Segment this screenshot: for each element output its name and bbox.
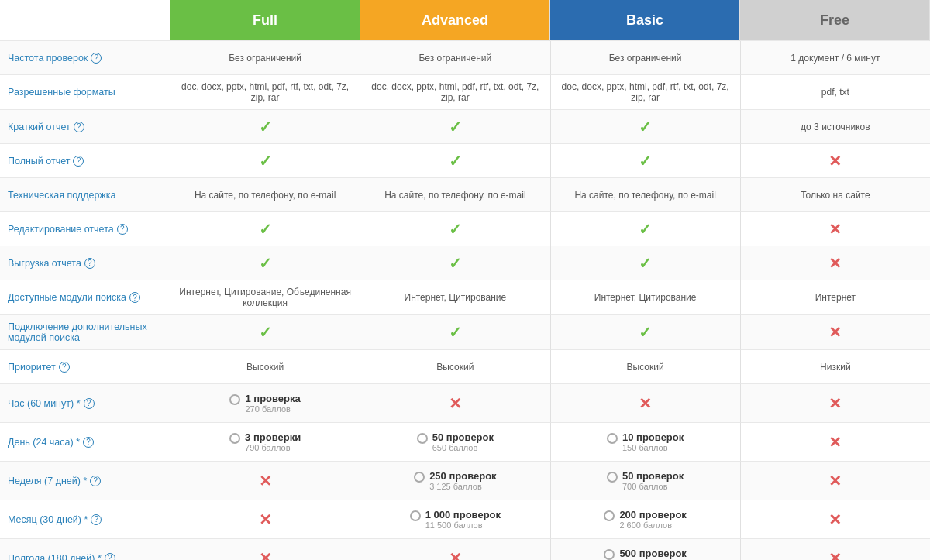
radio-circle[interactable] xyxy=(607,433,618,444)
plan-header-free: Free xyxy=(740,0,930,41)
question-mark-10[interactable]: ? xyxy=(84,398,95,409)
question-mark-12[interactable]: ? xyxy=(90,476,101,486)
radio-circle[interactable] xyxy=(229,394,240,405)
radio-circle[interactable] xyxy=(604,510,615,521)
radio-circle[interactable] xyxy=(229,433,240,444)
question-mark-11[interactable]: ? xyxy=(83,437,94,448)
plan-cell-free-13: ✕ xyxy=(741,500,930,539)
plan-cell-free-6: ✕ xyxy=(741,246,930,280)
plan-cell-full-2: ✓ xyxy=(170,110,360,144)
radio-label-text: 50 проверок xyxy=(622,470,684,482)
cross-icon: ✕ xyxy=(259,472,272,490)
check-icon: ✓ xyxy=(449,323,462,342)
feature-text-9: Приоритет xyxy=(8,362,56,373)
feature-text-10: Час (60 минут) * xyxy=(8,398,81,409)
feature-label-1: Разрешенные форматы xyxy=(0,75,170,110)
plan-cell-advanced-4: На сайте, по телефону, по e-mail xyxy=(360,178,550,212)
plan-cell-advanced-10: ✕ xyxy=(360,384,550,423)
radio-option[interactable]: 10 проверок150 баллов xyxy=(607,431,684,452)
question-mark-7[interactable]: ? xyxy=(129,292,140,303)
plan-cell-full-14: ✕ xyxy=(170,539,360,560)
plan-cell-basic-14: 500 проверок6 000 баллов xyxy=(551,539,741,560)
radio-points: 700 баллов xyxy=(622,482,684,491)
plan-cell-basic-2: ✓ xyxy=(551,110,741,144)
plan-name-full: Full xyxy=(253,12,277,29)
cross-icon: ✕ xyxy=(449,394,462,413)
cross-icon: ✕ xyxy=(828,323,842,342)
pricing-table: FullAdvancedBasicFreeЧастота проверок?Бе… xyxy=(0,0,930,560)
radio-circle[interactable] xyxy=(604,549,615,560)
plan-cell-free-1: pdf, txt xyxy=(741,75,930,110)
radio-option[interactable]: 200 проверок2 600 баллов xyxy=(604,509,686,530)
radio-option[interactable]: 50 проверок700 баллов xyxy=(607,470,684,491)
check-icon: ✓ xyxy=(639,118,652,136)
radio-option[interactable]: 50 проверок650 баллов xyxy=(417,431,494,452)
radio-points: 790 баллов xyxy=(245,443,301,452)
feature-row-2: Краткий отчет?✓✓✓до 3 источников xyxy=(0,110,930,144)
cross-icon: ✕ xyxy=(828,433,842,452)
plan-header-basic: Basic xyxy=(550,0,740,41)
question-mark-5[interactable]: ? xyxy=(117,224,128,235)
feature-row-0: Частота проверок?Без ограниченийБез огра… xyxy=(0,41,930,75)
radio-label-text: 1 проверка xyxy=(245,393,300,404)
feature-text-7: Доступные модули поиска xyxy=(8,292,126,303)
cell-text: doc, docx, pptx, html, pdf, rtf, txt, od… xyxy=(559,81,732,103)
plan-cell-free-7: Интернет xyxy=(741,280,930,315)
radio-option[interactable]: 3 проверки790 баллов xyxy=(229,431,301,452)
plan-header-advanced: Advanced xyxy=(360,0,550,41)
radio-points: 11 500 баллов xyxy=(425,520,501,530)
radio-label-text: 250 проверок xyxy=(429,470,496,482)
question-mark-0[interactable]: ? xyxy=(91,53,102,64)
check-icon: ✓ xyxy=(449,118,462,136)
radio-label-text: 500 проверок xyxy=(619,548,686,559)
question-mark-6[interactable]: ? xyxy=(84,258,95,269)
plan-cell-basic-0: Без ограничений xyxy=(551,41,741,75)
radio-circle[interactable] xyxy=(410,510,421,521)
plan-cell-full-13: ✕ xyxy=(170,500,360,539)
question-mark-2[interactable]: ? xyxy=(74,122,84,132)
radio-points: 150 баллов xyxy=(622,443,684,452)
radio-label: 500 проверок6 000 баллов xyxy=(619,548,686,560)
feature-text-2: Краткий отчет xyxy=(8,122,71,132)
cross-icon: ✕ xyxy=(828,254,842,273)
radio-circle[interactable] xyxy=(607,472,618,483)
feature-text-13: Месяц (30 дней) * xyxy=(8,514,88,525)
plan-cell-advanced-7: Интернет, Цитирование xyxy=(360,280,550,315)
cell-text: doc, docx, pptx, html, pdf, rtf, txt, od… xyxy=(368,81,542,103)
radio-option[interactable]: 500 проверок6 000 баллов xyxy=(604,548,686,560)
question-mark-13[interactable]: ? xyxy=(91,514,102,525)
cell-text: На сайте, по телефону, по e-mail xyxy=(195,190,336,201)
plan-cell-advanced-14: ✕ xyxy=(360,539,550,560)
plan-cell-basic-8: ✓ xyxy=(551,315,741,350)
plan-cell-basic-10: ✕ xyxy=(551,384,741,423)
feature-label-10: Час (60 минут) *? xyxy=(0,384,170,423)
feature-row-3: Полный отчет?✓✓✓✕ xyxy=(0,144,930,178)
plan-cell-full-10: 1 проверка270 баллов xyxy=(170,384,360,423)
radio-points: 2 600 баллов xyxy=(619,520,686,530)
plan-cell-advanced-6: ✓ xyxy=(360,246,550,280)
cell-text: Низкий xyxy=(820,362,851,373)
radio-option[interactable]: 250 проверок3 125 баллов xyxy=(414,470,496,491)
radio-option[interactable]: 1 000 проверок11 500 баллов xyxy=(410,509,501,530)
radio-circle[interactable] xyxy=(417,433,428,444)
cell-text: pdf, txt xyxy=(822,87,849,98)
question-mark-9[interactable]: ? xyxy=(59,362,70,373)
plan-cell-free-11: ✕ xyxy=(741,423,930,462)
plan-cell-free-8: ✕ xyxy=(741,315,930,350)
cell-text: На сайте, по телефону, по e-mail xyxy=(384,190,525,201)
plan-cell-advanced-8: ✓ xyxy=(360,315,550,350)
question-mark-3[interactable]: ? xyxy=(73,156,84,167)
feature-row-6: Выгрузка отчета?✓✓✓✕ xyxy=(0,246,930,280)
radio-option[interactable]: 1 проверка270 баллов xyxy=(229,393,300,414)
radio-label: 3 проверки790 баллов xyxy=(245,431,301,452)
header-row: FullAdvancedBasicFree xyxy=(0,0,930,41)
plan-cell-advanced-9: Высокий xyxy=(360,350,550,384)
cell-text: Интернет, Цитирование xyxy=(405,292,507,303)
radio-circle[interactable] xyxy=(414,472,425,483)
question-mark-14[interactable]: ? xyxy=(105,553,115,561)
feature-label-5: Редактирование отчета? xyxy=(0,212,170,246)
radio-label: 1 000 проверок11 500 баллов xyxy=(425,509,501,530)
radio-label: 200 проверок2 600 баллов xyxy=(619,509,686,530)
check-icon: ✓ xyxy=(449,220,462,239)
cross-icon: ✕ xyxy=(828,394,842,413)
